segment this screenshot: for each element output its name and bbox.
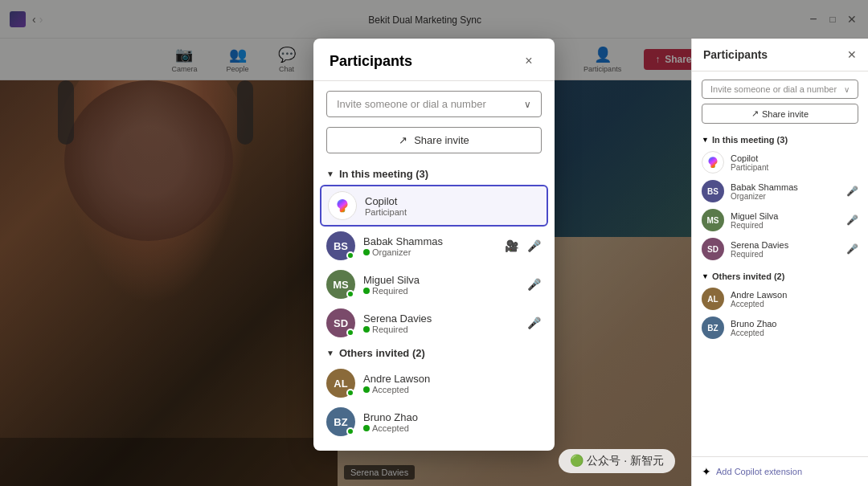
- babak-video-icon[interactable]: 🎥: [503, 238, 519, 254]
- sidebar-copilot-logo: [704, 153, 722, 171]
- sidebar-in-meeting-header[interactable]: ▼ In this meeting (3): [692, 132, 868, 148]
- bruno-name: Bruno Zhao: [363, 411, 542, 423]
- sidebar-close-button[interactable]: ✕: [847, 48, 857, 61]
- sidebar-babak-info: Babak Shammas Organizer: [731, 182, 840, 201]
- sidebar-participant-bruno[interactable]: BZ Bruno Zhao Accepted: [692, 313, 868, 342]
- sidebar-babak-mic-icon[interactable]: 🎤: [846, 186, 858, 197]
- invite-placeholder-text: Invite someone or dial a number: [337, 98, 486, 110]
- participant-copilot[interactable]: Copilot Participant: [320, 185, 548, 227]
- serena-mic-icon[interactable]: 🎤: [526, 315, 542, 331]
- sidebar-babak-name: Babak Shammas: [731, 182, 840, 192]
- add-copilot-button[interactable]: ✦ Add Copilot extension: [692, 456, 868, 486]
- andre-status-dot: [363, 386, 370, 393]
- sidebar-participant-serena[interactable]: SD Serena Davies Required 🎤: [692, 235, 868, 263]
- participant-bruno[interactable]: BZ Bruno Zhao Accepted: [313, 402, 555, 441]
- copilot-name: Copilot: [365, 195, 540, 207]
- sidebar-avatar-miguel: MS: [702, 209, 724, 231]
- andre-name: Andre Lawson: [363, 373, 542, 385]
- sidebar-others-chevron: ▼: [702, 272, 709, 280]
- andre-role: Accepted: [363, 385, 542, 394]
- sidebar-serena-mic-icon[interactable]: 🎤: [846, 243, 858, 255]
- sidebar-header: Participants ✕: [692, 39, 868, 71]
- participant-andre[interactable]: AL Andre Lawson Accepted: [313, 364, 555, 402]
- babak-actions: 🎥 🎤: [503, 238, 542, 254]
- participant-serena[interactable]: SD Serena Davies Required 🎤: [313, 304, 555, 342]
- participant-miguel[interactable]: MS Miguel Silva Required 🎤: [313, 265, 555, 304]
- modal-body: Invite someone or dial a number ∨ ↗ Shar…: [313, 81, 555, 451]
- sidebar-miguel-mic-icon[interactable]: 🎤: [846, 214, 858, 226]
- invite-section: Invite someone or dial a number ∨: [313, 81, 555, 124]
- sidebar-title: Participants: [703, 48, 768, 61]
- sidebar-copilot-role: Participant: [731, 163, 858, 172]
- sidebar-miguel-role: Required: [731, 221, 840, 230]
- status-dot-serena: [346, 329, 354, 337]
- close-icon: ×: [525, 54, 532, 68]
- avatar-andre: AL: [326, 369, 355, 398]
- sidebar-others-title: Others invited (2): [712, 272, 784, 281]
- babak-role: Organizer: [363, 247, 495, 257]
- miguel-info: Miguel Silva Required: [363, 274, 518, 296]
- sidebar-in-meeting-chevron: ▼: [702, 136, 709, 144]
- right-sidebar: Participants ✕ Invite someone or dial a …: [691, 39, 868, 486]
- in-meeting-section-title: In this meeting (3): [339, 168, 428, 180]
- invite-input[interactable]: Invite someone or dial a number ∨: [326, 91, 542, 117]
- sidebar-serena-name: Serena Davies: [731, 240, 840, 250]
- sidebar-participant-babak[interactable]: BS Babak Shammas Organizer 🎤: [692, 177, 868, 206]
- participants-modal: Participants × Invite someone or dial a …: [313, 39, 555, 451]
- sidebar-andre-role: Accepted: [731, 300, 858, 308]
- sidebar-invite-input[interactable]: Invite someone or dial a number ∨: [702, 80, 858, 99]
- sidebar-avatar-copilot: [702, 151, 724, 174]
- sidebar-participant-miguel[interactable]: MS Miguel Silva Required 🎤: [692, 206, 868, 235]
- sidebar-invite-chevron: ∨: [844, 85, 850, 94]
- modal-close-button[interactable]: ×: [519, 51, 538, 71]
- sidebar-participant-andre[interactable]: AL Andre Lawson Accepted: [692, 284, 868, 313]
- sidebar-avatar-bruno: BZ: [702, 317, 724, 339]
- share-invite-label: Share invite: [414, 134, 469, 146]
- copilot-info: Copilot Participant: [365, 195, 540, 217]
- sidebar-bruno-name: Bruno Zhao: [731, 319, 858, 329]
- status-dot-bruno: [346, 427, 354, 435]
- babak-mic-icon[interactable]: 🎤: [526, 238, 542, 254]
- participant-babak[interactable]: BS Babak Shammas Organizer 🎥 🎤: [313, 227, 555, 265]
- invite-chevron-icon: ∨: [524, 99, 531, 110]
- avatar-babak: BS: [326, 231, 355, 260]
- sidebar-babak-role: Organizer: [731, 192, 840, 201]
- serena-role: Required: [363, 325, 518, 334]
- sidebar-miguel-name: Miguel Silva: [731, 211, 840, 221]
- sidebar-serena-role: Required: [731, 250, 840, 259]
- copilot-logo: [332, 195, 353, 216]
- sidebar-participant-copilot[interactable]: Copilot Participant: [692, 148, 868, 177]
- andre-info: Andre Lawson Accepted: [363, 373, 542, 394]
- bruno-info: Bruno Zhao Accepted: [363, 411, 542, 433]
- miguel-actions: 🎤: [526, 276, 542, 292]
- serena-status-dot: [363, 326, 370, 333]
- serena-name: Serena Davies: [363, 312, 518, 325]
- status-dot-babak: [346, 251, 354, 259]
- others-chevron-icon: ▼: [326, 349, 334, 357]
- sidebar-invite-placeholder: Invite someone or dial a number: [710, 84, 837, 94]
- sidebar-copilot-name: Copilot: [731, 153, 858, 163]
- in-meeting-section-header[interactable]: ▼ In this meeting (3): [313, 163, 555, 185]
- avatar-bruno: BZ: [326, 407, 355, 436]
- status-dot-andre: [346, 389, 354, 397]
- copilot-role: Participant: [365, 207, 540, 217]
- serena-actions: 🎤: [526, 315, 542, 331]
- sidebar-share-invite-button[interactable]: ↗ Share invite: [702, 104, 858, 124]
- avatar-serena: SD: [326, 308, 355, 337]
- sidebar-copilot-info: Copilot Participant: [731, 153, 858, 172]
- sidebar-andre-name: Andre Lawson: [731, 290, 858, 300]
- sidebar-avatar-babak: BS: [702, 180, 724, 202]
- sidebar-others-header[interactable]: ▼ Others invited (2): [692, 268, 868, 284]
- sidebar-share-icon: ↗: [751, 108, 759, 119]
- others-invited-section-header[interactable]: ▼ Others invited (2): [313, 342, 555, 364]
- sidebar-bruno-info: Bruno Zhao Accepted: [731, 319, 858, 337]
- avatar-copilot: [328, 191, 357, 220]
- watermark: 🟢 公众号 · 新智元: [559, 449, 675, 473]
- sidebar-avatar-serena: SD: [702, 238, 724, 260]
- modal-header: Participants ×: [313, 39, 555, 81]
- miguel-mic-icon[interactable]: 🎤: [526, 276, 542, 292]
- share-invite-button[interactable]: ↗ Share invite: [326, 127, 542, 153]
- sidebar-serena-info: Serena Davies Required: [731, 240, 840, 259]
- babak-name: Babak Shammas: [363, 235, 495, 247]
- modal-title: Participants: [330, 53, 412, 70]
